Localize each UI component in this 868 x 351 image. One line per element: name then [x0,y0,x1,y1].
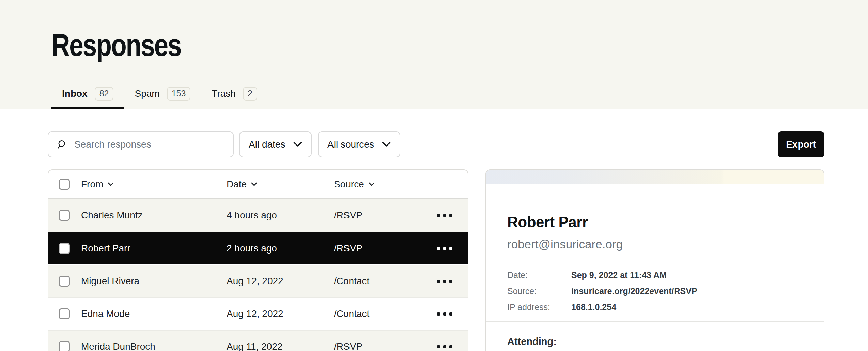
row-checkbox[interactable] [59,341,70,351]
search-icon [57,139,67,150]
row-source: /RSVP [334,210,437,221]
row-menu-button[interactable] [437,247,468,250]
table-header-row: From Date Source [48,170,468,199]
metadata-value: insuricare.org/2022event/RSVP [571,283,803,299]
column-header-source[interactable]: Source [334,179,437,190]
tab-inbox-label: Inbox [62,88,88,99]
row-checkbox[interactable] [59,276,70,287]
tab-spam-count-badge: 153 [167,87,191,101]
tab-inbox-count-badge: 82 [95,87,114,101]
table-row[interactable]: Miguel Rivera Aug 12, 2022 /Contact [48,264,468,297]
source-filter-value: All sources [327,139,374,150]
table-row[interactable]: Merida DunBroch Aug 11, 2022 /RSVP [48,330,468,351]
row-date: 4 hours ago [227,210,334,221]
tab-inbox[interactable]: Inbox 82 [51,80,124,109]
date-filter-dropdown[interactable]: All dates [239,131,312,157]
row-menu-button[interactable] [437,214,468,217]
row-date: Aug 12, 2022 [227,308,334,319]
column-header-date[interactable]: Date [227,179,334,190]
page-title: Responses [51,29,181,61]
tab-trash[interactable]: Trash 2 [201,80,267,109]
column-header-from[interactable]: From [81,179,227,190]
attending-heading: Attending: [507,336,803,347]
chevron-down-icon [382,142,391,147]
date-filter-value: All dates [249,139,285,150]
row-source: /Contact [334,276,437,287]
row-menu-button[interactable] [437,280,468,283]
row-date: 2 hours ago [227,243,334,254]
table-row[interactable]: Robert Parr 2 hours ago /RSVP [48,232,468,264]
row-checkbox[interactable] [59,308,70,319]
chevron-down-icon [369,182,375,186]
tab-trash-count-badge: 2 [243,87,257,101]
row-from: Charles Muntz [81,210,227,221]
tabs: Inbox 82 Spam 153 Trash 2 [51,80,268,109]
metadata-row: Date: Sep 9, 2022 at 11:43 AM [507,267,803,283]
row-menu-button[interactable] [437,345,468,348]
select-all-checkbox[interactable] [59,179,70,190]
search-input[interactable] [74,139,225,150]
row-checkbox[interactable] [59,243,70,254]
metadata-label: IP address: [507,299,571,315]
section-divider [486,321,824,322]
tab-trash-label: Trash [212,88,236,99]
row-date: Aug 11, 2022 [227,341,334,351]
row-source: /Contact [334,308,437,319]
row-from: Edna Mode [81,308,227,319]
tab-spam[interactable]: Spam 153 [124,80,201,109]
metadata-label: Date: [507,267,571,283]
chevron-down-icon [108,182,114,186]
row-from: Merida DunBroch [81,341,227,351]
table-row[interactable]: Edna Mode Aug 12, 2022 /Contact [48,297,468,330]
search-box[interactable] [48,131,234,157]
source-filter-dropdown[interactable]: All sources [318,131,400,157]
respondent-email: robert@insuricare.org [507,238,803,251]
chevron-down-icon [251,182,257,186]
metadata-value: Sep 9, 2022 at 11:43 AM [571,267,803,283]
export-button[interactable]: Export [778,131,824,157]
toolbar: All dates All sources Export [48,131,824,157]
row-source: /RSVP [334,341,437,351]
chevron-down-icon [293,142,302,147]
page-header: Responses Inbox 82 Spam 153 Trash 2 [0,0,868,109]
response-metadata: Date: Sep 9, 2022 at 11:43 AM Source: in… [507,267,803,315]
tab-spam-label: Spam [135,88,159,99]
response-detail-panel: Robert Parr robert@insuricare.org Date: … [485,169,824,351]
metadata-row: IP address: 168.1.0.254 [507,299,803,315]
metadata-row: Source: insuricare.org/2022event/RSVP [507,283,803,299]
row-source: /RSVP [334,243,437,254]
table-row[interactable]: Charles Muntz 4 hours ago /RSVP [48,199,468,232]
row-from: Robert Parr [81,243,227,254]
row-from: Miguel Rivera [81,276,227,287]
row-menu-button[interactable] [437,312,468,316]
row-checkbox[interactable] [59,210,70,221]
respondent-name: Robert Parr [507,214,803,231]
responses-table: From Date Source [48,169,468,351]
metadata-label: Source: [507,283,571,299]
metadata-value: 168.1.0.254 [571,299,803,315]
table-body: Charles Muntz 4 hours ago /RSVP Robert P… [48,199,468,351]
detail-gradient-strip [486,170,824,184]
main-content: From Date Source [48,169,824,351]
row-date: Aug 12, 2022 [227,276,334,287]
